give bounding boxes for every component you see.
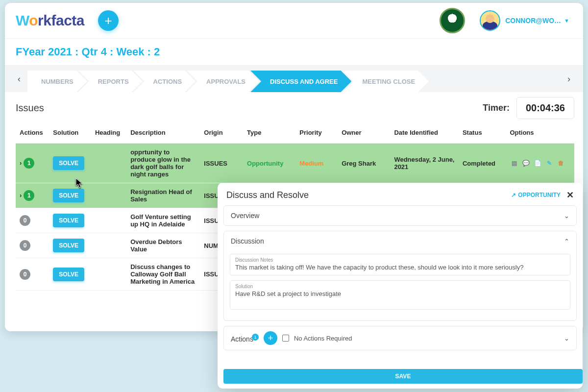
save-button[interactable]: SAVE bbox=[223, 369, 583, 384]
chevron-down-icon: ⌄ bbox=[564, 335, 569, 342]
discussion-accordion: Discussion ⌃ Discussion Notes This marke… bbox=[223, 231, 577, 321]
status-cell: Completed bbox=[459, 144, 506, 183]
add-action-button[interactable]: + bbox=[264, 331, 277, 345]
description-cell: Resignation Head of Sales bbox=[126, 183, 200, 208]
action-count-badge: 1 bbox=[24, 158, 34, 169]
panel-title: Discuss and Resolve bbox=[226, 190, 309, 200]
heading-cell bbox=[91, 183, 126, 208]
col-options: Options bbox=[506, 123, 574, 144]
tab-meeting-close[interactable]: MEETING CLOSE bbox=[343, 71, 429, 92]
description-cell: opprtunity to produce glow in the dark g… bbox=[126, 144, 200, 183]
col-solution: Solution bbox=[49, 123, 91, 144]
tab-discuss-and-agree[interactable]: DISCUSS AND AGREE bbox=[250, 71, 351, 92]
tab-approvals[interactable]: APPROVALS bbox=[187, 71, 259, 92]
col-status: Status bbox=[459, 123, 506, 144]
no-actions-label: No Actions Required bbox=[294, 335, 352, 342]
actions-count-badge: 1 bbox=[252, 334, 259, 341]
col-date-identified: Date Identified bbox=[390, 123, 458, 144]
delete-icon[interactable]: 🗑 bbox=[557, 159, 565, 168]
solve-button[interactable]: SOLVE bbox=[53, 268, 84, 281]
edit-icon[interactable]: ✎ bbox=[545, 159, 554, 168]
external-link-icon: ↗ bbox=[511, 192, 516, 198]
overview-accordion[interactable]: Overview ⌄ bbox=[223, 205, 577, 226]
discussion-notes-field[interactable]: Discussion Notes This market is taking o… bbox=[230, 254, 570, 275]
tab-actions[interactable]: ACTIONS bbox=[134, 71, 196, 92]
period-text: FYear 2021 : Qtr 4 : Week : 2 bbox=[16, 46, 160, 58]
owner-cell: Greg Shark bbox=[338, 144, 390, 183]
date-cell: Wednesday, 2 June, 2021 bbox=[390, 144, 458, 183]
actions-label: Actions1 bbox=[231, 334, 259, 343]
comment-icon[interactable]: 💬 bbox=[521, 159, 530, 168]
discussion-label: Discussion bbox=[231, 237, 264, 245]
notes-label: Discussion Notes bbox=[235, 257, 565, 263]
user-avatar[interactable] bbox=[480, 10, 500, 31]
expand-icon[interactable]: › bbox=[20, 192, 22, 199]
solution-value: Have R&D set a project to investigate bbox=[235, 289, 565, 297]
meeting-timer: Timer: 00:04:36 bbox=[483, 97, 574, 119]
period-breadcrumb: FYear 2021 : Qtr 4 : Week : 2 bbox=[5, 39, 583, 66]
solve-button[interactable]: SOLVE bbox=[53, 189, 84, 202]
expand-icon[interactable]: › bbox=[20, 159, 22, 167]
caret-down-icon[interactable]: ▼ bbox=[564, 18, 569, 24]
user-menu[interactable]: CONNOR@WO… bbox=[505, 17, 561, 24]
col-owner: Owner bbox=[338, 123, 390, 144]
solve-button[interactable]: SOLVE bbox=[53, 156, 84, 170]
actions-accordion[interactable]: Actions1 + No Actions Required ⌄ bbox=[223, 326, 577, 350]
organization-badge-icon[interactable] bbox=[440, 8, 465, 33]
solution-label: Solution bbox=[235, 284, 565, 289]
panel-type-link[interactable]: ↗OPPORTUNITY bbox=[511, 192, 561, 198]
solution-field[interactable]: Solution Have R&D set a project to inves… bbox=[230, 280, 570, 310]
notes-value: This market is taking off! We have the c… bbox=[235, 263, 565, 271]
type-cell: Opportunity bbox=[243, 144, 295, 183]
table-row: ›1SOLVEopprtunity to produce glow in the… bbox=[16, 144, 574, 183]
description-cell: Discuss changes to Calloway Golf Ball Ma… bbox=[126, 258, 200, 291]
tab-numbers[interactable]: NUMBERS bbox=[27, 71, 87, 92]
action-count-badge: 0 bbox=[20, 215, 30, 226]
tab-reports[interactable]: REPORTS bbox=[78, 71, 143, 92]
tabs-next-icon[interactable]: › bbox=[561, 74, 577, 89]
col-origin: Origin bbox=[200, 123, 243, 144]
add-button[interactable]: + bbox=[98, 10, 119, 31]
overview-label: Overview bbox=[231, 212, 259, 220]
col-priority: Priority bbox=[295, 123, 338, 144]
description-cell: Overdue Debtors Value bbox=[126, 233, 200, 258]
heading-cell bbox=[91, 258, 126, 291]
action-count-badge: 0 bbox=[20, 269, 30, 280]
note-icon[interactable]: 📄 bbox=[533, 159, 542, 168]
section-title: Issues bbox=[16, 102, 44, 114]
priority-cell: Medium bbox=[295, 144, 338, 183]
chevron-down-icon: ⌄ bbox=[564, 212, 569, 220]
col-type: Type bbox=[243, 123, 295, 144]
col-actions: Actions bbox=[16, 123, 49, 144]
tab-strip: ‹ NUMBERSREPORTSACTIONSAPPROVALSDISCUSS … bbox=[5, 66, 583, 92]
tabs-prev-icon[interactable]: ‹ bbox=[11, 74, 27, 89]
discuss-resolve-panel: Discuss and Resolve ↗OPPORTUNITY ✕ Overv… bbox=[218, 183, 583, 389]
chat-icon[interactable]: ▤ bbox=[510, 159, 518, 168]
options-cell: ▤💬📄✎🗑 bbox=[506, 144, 574, 183]
app-logo: Workfacta bbox=[16, 12, 84, 29]
origin-cell: ISSUES bbox=[200, 144, 243, 183]
discussion-toggle[interactable]: Discussion ⌃ bbox=[224, 231, 576, 251]
heading-cell bbox=[91, 144, 126, 183]
close-icon[interactable]: ✕ bbox=[566, 190, 574, 200]
solve-button[interactable]: SOLVE bbox=[53, 239, 84, 252]
no-actions-checkbox[interactable] bbox=[282, 335, 289, 342]
timer-label: Timer: bbox=[483, 103, 510, 113]
solve-button[interactable]: SOLVE bbox=[53, 214, 84, 227]
action-count-badge: 0 bbox=[20, 240, 30, 251]
action-count-badge: 1 bbox=[24, 190, 34, 201]
timer-value: 00:04:36 bbox=[516, 97, 574, 119]
description-cell: Golf Venture setting up HQ in Adelaide bbox=[126, 208, 200, 233]
header-bar: Workfacta + CONNOR@WO… ▼ bbox=[5, 3, 583, 39]
heading-cell bbox=[91, 208, 126, 233]
col-description: Description bbox=[126, 123, 200, 144]
col-heading: Heading bbox=[91, 123, 126, 144]
chevron-up-icon: ⌃ bbox=[564, 238, 569, 245]
heading-cell bbox=[91, 233, 126, 258]
